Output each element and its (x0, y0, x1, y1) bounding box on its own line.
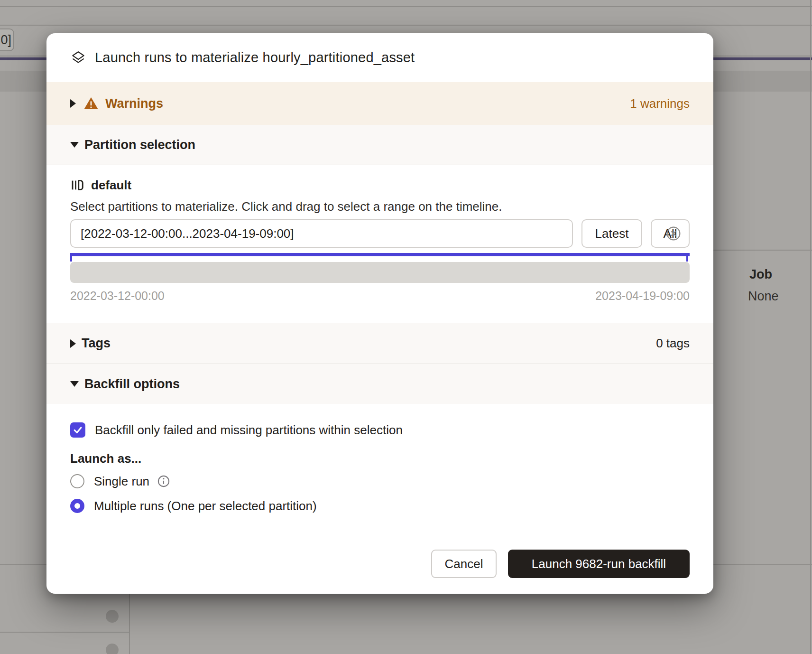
dialog-footer: Cancel Launch 9682-run backfill (46, 550, 713, 578)
asset-layers-icon (70, 50, 86, 66)
bg-row-divider (0, 25, 812, 26)
cancel-button[interactable]: Cancel (431, 550, 497, 578)
bg-partial-input-text: 0] (0, 33, 11, 47)
partition-range-input[interactable] (70, 219, 573, 248)
timeline-date-labels: 2022-03-12-00:00 2023-04-19-09:00 (46, 289, 713, 303)
bg-status-dot (106, 610, 119, 623)
clear-selection-icon[interactable] (666, 226, 681, 241)
backfill-options-header: Backfill options (84, 377, 180, 392)
single-run-label: Single run (94, 474, 149, 489)
timeline-start-date: 2022-03-12-00:00 (70, 289, 165, 303)
dialog-title: Launch runs to materialize hourly_partit… (95, 50, 415, 65)
partition-description: Select partitions to materialize. Click … (70, 199, 502, 214)
backfill-only-failed-label: Backfill only failed and missing partiti… (95, 423, 403, 438)
multiple-runs-radio[interactable] (70, 499, 84, 513)
bg-row-divider (0, 6, 812, 7)
bg-job-column-header: Job (749, 267, 772, 282)
launch-backfill-button[interactable]: Launch 9682-run backfill (508, 550, 690, 578)
timeline-end-date: 2023-04-19-09:00 (595, 289, 690, 303)
range-end-tick (686, 253, 688, 262)
launch-as-row: Launch as... (46, 450, 713, 467)
bg-row-divider (0, 632, 130, 633)
screen: 0] Job None Launch runs to materialize h… (0, 0, 812, 654)
partition-timeline[interactable] (70, 262, 690, 283)
backfill-options-toggle[interactable]: Backfill options (46, 364, 713, 404)
selected-range-bar (70, 253, 690, 256)
bg-column-divider (129, 594, 130, 654)
partition-icon (70, 178, 84, 192)
launch-backfill-dialog: Launch runs to materialize hourly_partit… (46, 33, 713, 594)
launch-as-label: Launch as... (70, 451, 141, 466)
multiple-runs-label: Multiple runs (One per selected partitio… (94, 499, 317, 514)
bg-column-divider (810, 0, 811, 654)
chevron-right-icon (70, 99, 76, 108)
single-run-radio[interactable] (70, 474, 84, 488)
tags-header: Tags (82, 336, 111, 351)
tags-count: 0 tags (656, 336, 690, 351)
chevron-right-icon (70, 339, 76, 348)
warnings-label: Warnings (105, 96, 163, 111)
dialog-header: Launch runs to materialize hourly_partit… (46, 33, 713, 82)
bg-status-dot (106, 644, 119, 654)
latest-button[interactable]: Latest (581, 219, 642, 248)
bg-row-divider (713, 250, 812, 251)
range-start-tick (70, 253, 72, 262)
info-icon[interactable] (157, 475, 170, 488)
backfill-only-failed-checkbox[interactable] (70, 422, 85, 438)
warnings-section-toggle[interactable]: Warnings 1 warnings (46, 82, 713, 125)
chevron-down-icon (70, 142, 79, 148)
partition-dimension-row: default (46, 176, 713, 195)
tags-section-toggle[interactable]: Tags 0 tags (46, 323, 713, 364)
chevron-down-icon (70, 381, 79, 387)
partition-dimension-name: default (91, 178, 131, 193)
backfill-only-failed-row: Backfill only failed and missing partiti… (46, 422, 713, 438)
partition-description-row: Select partitions to materialize. Click … (46, 198, 713, 215)
partition-range-row: Latest All (46, 219, 713, 248)
multiple-runs-option[interactable]: Multiple runs (One per selected partitio… (46, 499, 713, 513)
bg-partial-input: 0] (0, 28, 14, 51)
partition-selection-header: Partition selection (84, 138, 195, 152)
partition-selection-toggle[interactable]: Partition selection (46, 125, 713, 165)
bg-job-column-value: None (748, 289, 779, 304)
warning-triangle-icon (83, 96, 99, 111)
single-run-option[interactable]: Single run (46, 474, 713, 488)
warnings-count: 1 warnings (630, 96, 690, 111)
